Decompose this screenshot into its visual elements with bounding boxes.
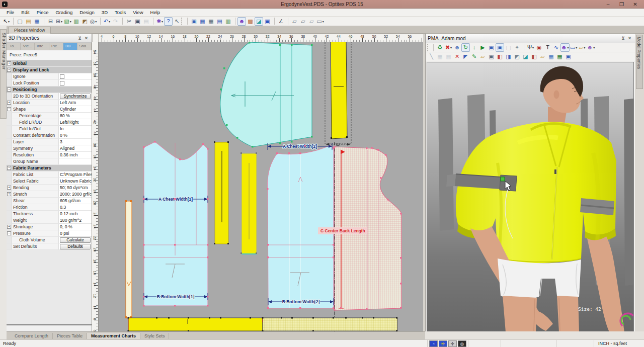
measure-curve-icon[interactable]: ∿	[552, 43, 560, 52]
measure-line-icon[interactable]: ╲	[427, 52, 436, 61]
collapse-icon[interactable]: −	[7, 68, 11, 72]
view-axis-toggle-icon[interactable]: ✛	[439, 340, 447, 347]
property-value[interactable]: Calculate	[59, 237, 92, 243]
property-value[interactable]: 0; 0 %	[59, 224, 92, 230]
property-value[interactable]	[59, 80, 92, 86]
zoom-tool-icon[interactable]: ◎▾	[89, 17, 98, 26]
properties-tab-3[interactable]: Pie...	[49, 43, 63, 50]
property-value[interactable]	[59, 158, 92, 164]
fabric-window-icon[interactable]: ▩	[246, 17, 255, 26]
property-value[interactable]: In	[59, 126, 92, 132]
expand-icon[interactable]: +	[7, 186, 11, 190]
menu-piece[interactable]: Piece	[33, 9, 52, 16]
properties-tab-5[interactable]: Sha...	[77, 43, 92, 50]
marquee-handles[interactable]	[326, 143, 350, 146]
menu-3d[interactable]: 3D	[98, 9, 111, 16]
property-value[interactable]: 180 gr/m^2	[59, 217, 92, 223]
grid-green-icon[interactable]: ▦	[555, 52, 564, 61]
cube-blue-icon[interactable]: ◪	[521, 52, 530, 61]
piece-outline-2-icon[interactable]: ▱	[299, 17, 307, 26]
property-value[interactable]: C:\Program Files\Opt...	[59, 171, 92, 178]
property-value[interactable]: 0.36 inch	[59, 152, 92, 158]
color-fill-icon[interactable]: ◩	[80, 17, 89, 26]
property-value[interactable]: 50; 50 dyn*cm	[59, 185, 92, 191]
select-3d-icon[interactable]: ◤	[461, 52, 470, 61]
property-value[interactable]: 605 grf/cm	[59, 198, 92, 204]
stitch-tool-icon[interactable]: ▣	[487, 52, 496, 61]
clear-simulation-icon[interactable]: ✖▾	[444, 43, 453, 52]
delete-measure-icon[interactable]: ✕	[453, 52, 461, 61]
cube-red-icon[interactable]: ◧	[530, 52, 538, 61]
property-value[interactable]: Cylinder	[59, 106, 92, 112]
bottom-tab-compare-length[interactable]: Compare Length	[11, 333, 53, 339]
pattern-canvas-2d[interactable]: A Chest Width[1] B Bottom Width[1] A Che…	[99, 42, 423, 331]
ignore-checkbox[interactable]	[60, 74, 64, 79]
defaults-button[interactable]: Defaults	[60, 244, 91, 249]
pieces-window-tab[interactable]: Pieces Window	[9, 27, 51, 34]
3d-view-front-icon[interactable]: ▣	[487, 43, 496, 52]
collapse-icon[interactable]: −	[7, 88, 11, 92]
simulate-icon[interactable]: ▶	[478, 43, 487, 52]
collapse-icon[interactable]: −	[7, 107, 11, 111]
cloth-texture-icon[interactable]: ◨	[504, 52, 513, 61]
property-value[interactable]: Aligned	[59, 145, 92, 151]
print-icon[interactable]: ⊟	[46, 17, 55, 26]
bottom-tab-style-sets[interactable]: Style Sets	[140, 333, 170, 339]
properties-tab-4[interactable]: 3D ...	[63, 43, 77, 50]
view-sphere-toggle-icon[interactable]: ◔	[429, 340, 438, 347]
drop-cloth-icon[interactable]: ↓	[470, 43, 478, 52]
properties-tab-0[interactable]: To...	[7, 43, 21, 50]
cloth-solid-icon[interactable]: ◧	[496, 52, 504, 61]
collapse-icon[interactable]: −	[7, 231, 11, 235]
property-value[interactable]: 2000; 2000 grf/cm	[59, 191, 92, 197]
lock-position-checkbox[interactable]	[60, 81, 64, 85]
pieces-window-view-icon[interactable]: ▣	[190, 17, 198, 26]
title-bar[interactable]: ◐ ErgodyneVest.PDS - Optitex PDS 15 – ❐ …	[0, 0, 644, 9]
context-help-icon[interactable]: ↖	[173, 17, 181, 26]
menu-view[interactable]: View	[129, 9, 146, 16]
expand-icon[interactable]: +	[7, 61, 11, 65]
pattern-strip-orange[interactable]	[126, 201, 132, 318]
3d-view-frame-icon[interactable]: ▣	[496, 43, 504, 52]
property-value[interactable]: 0 %	[59, 132, 92, 138]
menu-edit[interactable]: Edit	[18, 9, 33, 16]
style-sets-table-icon[interactable]: ▥	[224, 17, 232, 26]
piece-outline-3-icon[interactable]: ▱	[307, 17, 316, 26]
select-tool-icon[interactable]: ↖▾	[2, 17, 11, 26]
folder-textures-icon[interactable]: ▱	[538, 52, 547, 61]
save-document-icon[interactable]: ▦	[33, 17, 41, 26]
ruler-tool-icon[interactable]: ∠	[277, 17, 285, 26]
close-icon[interactable]: ✕	[83, 36, 90, 41]
avatar-window-icon[interactable]: ☻	[237, 17, 246, 26]
pattern-strip-bottom[interactable]	[128, 318, 397, 331]
pattern-piece-front-1[interactable]	[144, 142, 208, 306]
maximize-button[interactable]: ❐	[615, 1, 628, 8]
synchronize-button[interactable]: Synchronize	[60, 94, 91, 99]
expand-icon[interactable]: +	[7, 225, 11, 229]
undo-icon[interactable]: ↶▾	[103, 17, 111, 26]
close-button[interactable]: ✕	[628, 1, 642, 8]
snap-toggle-icon[interactable]: ✛	[448, 340, 457, 347]
edit-3d-icon[interactable]: ✎	[470, 52, 478, 61]
help-icon[interactable]: ?	[164, 17, 173, 26]
cube-gray-icon[interactable]: ◩	[513, 52, 521, 61]
load-avatar-icon[interactable]: ☻	[453, 43, 461, 52]
property-value[interactable]: 0 psi	[59, 230, 92, 236]
property-value[interactable]: 3	[59, 139, 92, 145]
print-preview-icon[interactable]: ⊞▾	[55, 17, 63, 26]
grid-quad-icon[interactable]: ▣	[564, 52, 573, 61]
new-document-icon[interactable]: ▢	[16, 17, 24, 26]
grading-table-icon[interactable]: ▦	[207, 17, 215, 26]
shader-manager-tab[interactable]: Shader Manager	[0, 29, 7, 119]
open-model-icon[interactable]: ▱▾	[578, 43, 587, 52]
property-value[interactable]: Left Arm	[59, 100, 92, 106]
calculate-button[interactable]: Calculate	[60, 237, 91, 243]
export-image-icon[interactable]: ▧▾	[63, 17, 72, 26]
property-value[interactable]: Defaults	[59, 243, 92, 249]
collapse-icon[interactable]: −	[7, 166, 11, 170]
pattern-piece-yellow-strip-selected[interactable]	[331, 42, 347, 139]
piece-outline-4-icon[interactable]: ▭▾	[316, 17, 325, 26]
bottom-tab-pieces-table[interactable]: Pieces Table	[53, 333, 87, 339]
measurement-chart-icon[interactable]: ▤	[215, 17, 224, 26]
menu-help[interactable]: Help	[147, 9, 164, 16]
